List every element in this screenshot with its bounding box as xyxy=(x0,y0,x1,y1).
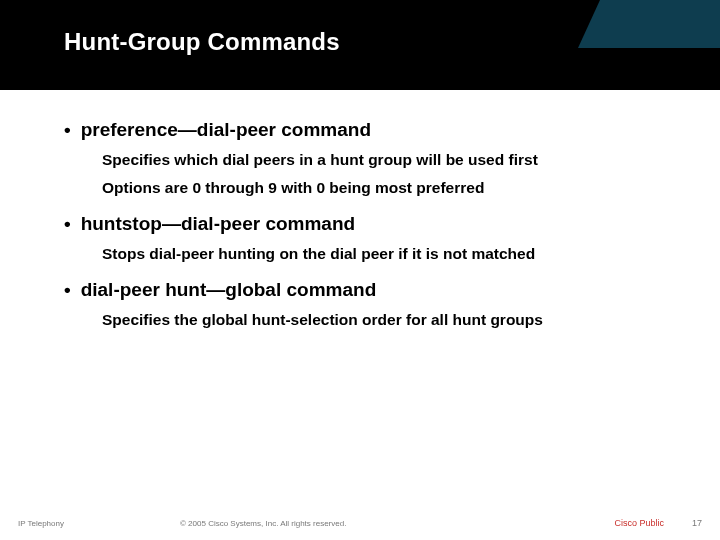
bullet-dot-icon: • xyxy=(64,118,71,142)
bullet-dot-icon: • xyxy=(64,212,71,236)
bullet-sub: Specifies the global hunt-selection orde… xyxy=(102,310,664,330)
bullet-sub: Options are 0 through 9 with 0 being mos… xyxy=(102,178,664,198)
bullet-sub: Specifies which dial peers in a hunt gro… xyxy=(102,150,664,170)
bullet-item: • huntstop—dial-peer command xyxy=(64,212,664,236)
page-number: 17 xyxy=(692,518,702,528)
bullet-heading: dial-peer hunt—global command xyxy=(81,278,377,302)
bullet-item: • preference—dial-peer command xyxy=(64,118,664,142)
footer-classification: Cisco Public xyxy=(614,518,664,528)
bullet-heading: preference—dial-peer command xyxy=(81,118,371,142)
bullet-item: • dial-peer hunt—global command xyxy=(64,278,664,302)
slide: Hunt-Group Commands • preference—dial-pe… xyxy=(0,0,720,540)
slide-title: Hunt-Group Commands xyxy=(64,28,340,56)
corner-accent xyxy=(600,0,720,48)
footer-left-text: IP Telephony xyxy=(18,519,64,528)
bullet-sub: Stops dial-peer hunting on the dial peer… xyxy=(102,244,664,264)
bullet-dot-icon: • xyxy=(64,278,71,302)
footer: IP Telephony © 2005 Cisco Systems, Inc. … xyxy=(0,512,720,528)
footer-copyright: © 2005 Cisco Systems, Inc. All rights re… xyxy=(180,519,346,528)
bullet-heading: huntstop—dial-peer command xyxy=(81,212,355,236)
content-area: • preference—dial-peer command Specifies… xyxy=(64,118,664,330)
